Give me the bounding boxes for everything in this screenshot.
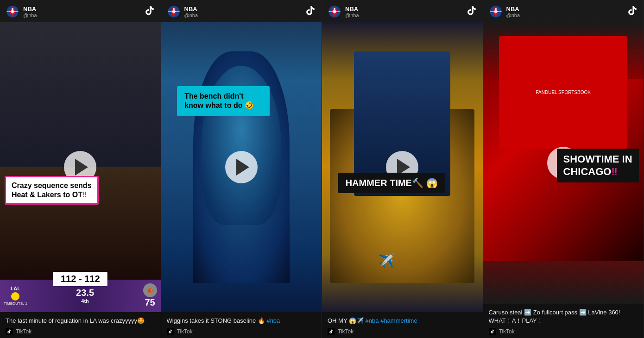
card2-overlay-text: The bench didn't know what to do 🤣 — [177, 86, 270, 117]
card4-account-handle: @nba — [506, 13, 520, 18]
card2-account-handle: @nba — [184, 13, 198, 18]
card4-account-name: NBA — [506, 6, 520, 13]
card3-account-info: NBA @nba — [345, 6, 359, 18]
card1-account-name: NBA — [23, 6, 37, 13]
card1-video[interactable]: LAL TIMEOUTS: 1 23.5 4th 🏀 75 Crazy — [0, 22, 161, 312]
card3-account-name: NBA — [345, 6, 359, 13]
svg-point-11 — [494, 8, 496, 10]
video-card-1: NBA @nba LAL TIMEOUTS: 1 — [0, 0, 161, 338]
video-card-4: NBA @nba FANDUEL SPORTSBOOK SHOWTIME IN … — [483, 0, 644, 338]
card4-overlay-text: SHOWTIME IN CHICAGO‼ — [557, 149, 639, 182]
card2-header: NBA @nba — [161, 0, 322, 22]
card3-tiktok-icon — [466, 5, 477, 19]
card3-hashtag-nba: #nba — [366, 317, 379, 324]
card1-description: The last minute of regulation in LA was … — [6, 317, 155, 325]
svg-point-8 — [334, 8, 335, 10]
card4-footer: Caruso steal ➡️ Zo fullcourt pass ➡️ LaV… — [483, 304, 644, 338]
card2-tiktok-icon — [305, 5, 316, 19]
card2-tiktok-badge: TikTok — [167, 328, 316, 335]
card1-footer: The last minute of regulation in LA was … — [0, 312, 161, 338]
nba-logo-3 — [328, 5, 341, 19]
card2-header-left: NBA @nba — [167, 5, 198, 19]
card3-description: OH MY 😱✈️ #nba #hammertime — [328, 317, 477, 325]
card2-account-info: NBA @nba — [184, 6, 198, 18]
card3-video[interactable]: HAMMER TIME🔨 😱 ✈️ — [322, 22, 483, 312]
card1-account-info: NBA @nba — [23, 6, 37, 18]
card3-tiktok-badge-icon — [328, 328, 335, 335]
card3-header-left: NBA @nba — [328, 5, 359, 19]
card1-header: NBA @nba — [0, 0, 161, 22]
nba-logo-2 — [167, 5, 181, 19]
card1-score-display: 112 - 112 — [53, 272, 107, 286]
nba-logo-1 — [6, 5, 19, 19]
card2-account-name: NBA — [184, 6, 198, 13]
card1-account-handle: @nba — [23, 13, 37, 18]
card4-description: Caruso steal ➡️ Zo fullcourt pass ➡️ LaV… — [489, 308, 638, 325]
card2-hashtag: #nba — [266, 317, 280, 324]
card4-tiktok-badge: TikTok — [489, 328, 638, 335]
card4-tiktok-badge-icon — [489, 328, 496, 335]
video-card-2: NBA @nba The bench didn't know what to d… — [161, 0, 322, 338]
card1-overlay-text: Crazy sequence sends Heat & Lakers to OT… — [5, 176, 99, 205]
card4-video[interactable]: FANDUEL SPORTSBOOK SHOWTIME IN CHICAGO‼ — [483, 22, 644, 304]
card4-tiktok-icon — [627, 5, 638, 19]
card1-tiktok-badge-icon — [6, 328, 13, 335]
card3-header: NBA @nba — [322, 0, 483, 22]
card1-tiktok-icon — [144, 5, 155, 19]
card2-footer: Wiggins takes it STONG baseline 🔥 #nba T… — [161, 312, 322, 338]
card2-tiktok-badge-icon — [167, 328, 174, 335]
card4-account-info: NBA @nba — [506, 6, 520, 18]
video-card-3: NBA @nba HAMMER TIME🔨 😱 ✈️ OH MY 😱✈️ #nb… — [322, 0, 483, 338]
card3-tiktok-badge: TikTok — [328, 328, 477, 335]
card1-tiktok-badge: TikTok — [6, 328, 155, 335]
svg-point-5 — [172, 8, 174, 10]
card3-airplane-emoji: ✈️ — [378, 253, 394, 269]
card3-hashtag-hammertime: #hammertime — [380, 317, 417, 324]
svg-point-2 — [12, 8, 13, 10]
nba-logo-4 — [489, 5, 503, 19]
card2-description: Wiggins takes it STONG baseline 🔥 #nba — [167, 317, 316, 325]
card1-header-left: NBA @nba — [6, 5, 37, 19]
card3-footer: OH MY 😱✈️ #nba #hammertime TikTok — [322, 312, 483, 338]
card3-overlay-text: HAMMER TIME🔨 😱 — [338, 173, 445, 193]
card2-play-button[interactable] — [225, 151, 258, 183]
card2-video[interactable]: The bench didn't know what to do 🤣 — [161, 22, 322, 312]
card4-header: NBA @nba — [483, 0, 644, 22]
card4-header-left: NBA @nba — [489, 5, 520, 19]
card3-account-handle: @nba — [345, 13, 359, 18]
